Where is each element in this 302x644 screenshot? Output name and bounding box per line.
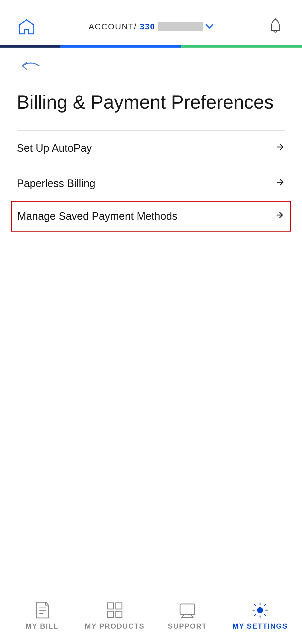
account-blur xyxy=(158,22,203,31)
color-bar-green xyxy=(181,45,302,48)
color-bar-blue xyxy=(60,45,181,48)
account-selector[interactable]: ACCOUNT/330 xyxy=(89,22,214,31)
color-bar xyxy=(0,45,302,48)
settings-icon xyxy=(250,602,270,619)
chevron-down-icon xyxy=(206,22,213,31)
arrow-right-icon xyxy=(275,177,285,190)
nav-item-mysettings[interactable]: MY SETTINGS xyxy=(224,602,296,631)
account-label: ACCOUNT/ xyxy=(89,22,137,31)
notification-bell-icon[interactable] xyxy=(266,17,285,36)
bottom-nav: MY BILL MY PRODUCTS SUPPORT xyxy=(0,588,302,644)
products-icon xyxy=(105,602,124,619)
svg-rect-7 xyxy=(116,611,122,617)
support-icon xyxy=(178,602,197,619)
home-icon[interactable] xyxy=(17,17,36,36)
menu-item-paperless[interactable]: Paperless Billing xyxy=(17,166,285,201)
header: ACCOUNT/330 xyxy=(0,0,302,45)
back-arrow-icon xyxy=(17,59,42,74)
menu-item-payment-methods-label: Manage Saved Payment Methods xyxy=(17,210,177,222)
account-number: 330 xyxy=(140,22,155,31)
menu-item-payment-methods[interactable]: Manage Saved Payment Methods xyxy=(11,201,291,232)
svg-rect-5 xyxy=(116,603,122,609)
back-button[interactable] xyxy=(0,48,302,80)
svg-rect-8 xyxy=(180,604,195,615)
arrow-right-icon xyxy=(275,142,285,155)
svg-rect-4 xyxy=(107,603,114,609)
nav-item-mybill[interactable]: MY BILL xyxy=(6,602,78,631)
menu-item-autopay-label: Set Up AutoPay xyxy=(17,142,92,154)
menu-list: Set Up AutoPay Paperless Billing Manage … xyxy=(0,130,302,232)
nav-item-myproducts[interactable]: MY PRODUCTS xyxy=(78,602,151,631)
svg-point-9 xyxy=(258,608,263,613)
menu-item-autopay[interactable]: Set Up AutoPay xyxy=(17,130,285,166)
menu-item-paperless-label: Paperless Billing xyxy=(17,178,95,190)
svg-rect-6 xyxy=(107,611,114,617)
bill-icon xyxy=(32,602,52,619)
page-title: Billing & Payment Preferences xyxy=(0,80,302,130)
nav-item-support[interactable]: SUPPORT xyxy=(151,602,224,631)
nav-support-label: SUPPORT xyxy=(168,622,207,631)
nav-products-label: MY PRODUCTS xyxy=(85,622,145,631)
nav-settings-label: MY SETTINGS xyxy=(232,622,288,631)
nav-bill-label: MY BILL xyxy=(25,622,58,631)
color-bar-navy xyxy=(0,45,60,48)
arrow-right-icon xyxy=(275,210,285,223)
